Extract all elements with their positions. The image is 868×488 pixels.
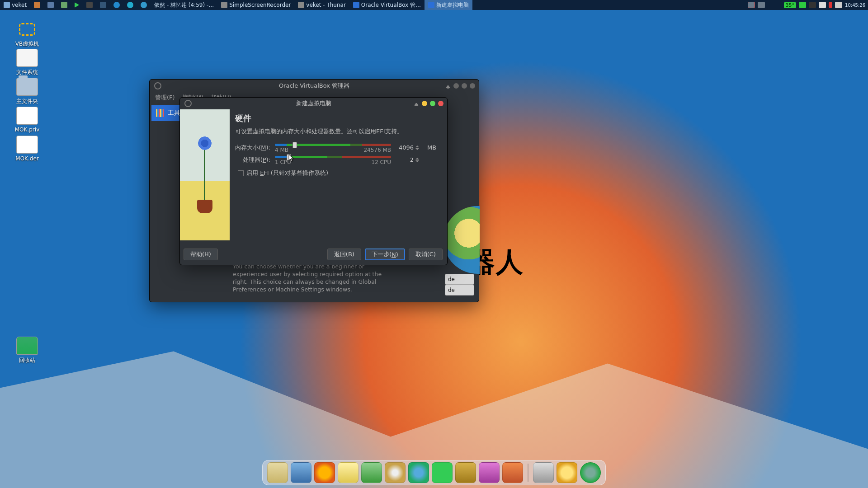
spin-up-icon[interactable] [415, 158, 419, 160]
cpu-input[interactable] [396, 155, 415, 165]
tray-icon[interactable] [758, 2, 765, 8]
mic-icon[interactable] [829, 2, 832, 8]
memory-input[interactable] [396, 143, 415, 153]
minimize-button[interactable] [422, 101, 427, 106]
memory-label: 内存大小(M): [235, 144, 270, 152]
cancel-button[interactable]: 取消(C) [409, 249, 443, 260]
maximize-button[interactable] [462, 83, 467, 89]
launcher-icon[interactable] [137, 0, 151, 10]
launcher-icon[interactable] [71, 0, 83, 10]
wizard-button-row: 帮助(H) 返回(B) 下一步(N) 取消(C) [184, 249, 443, 260]
next-button[interactable]: 下一步(N) [365, 249, 405, 260]
launcher-icon[interactable] [44, 0, 57, 10]
mode-button[interactable]: de [445, 274, 474, 285]
spin-down-icon[interactable] [415, 148, 419, 150]
welcome-description: You can choose whether you are a beginne… [233, 263, 396, 294]
battery-icon[interactable] [799, 2, 806, 8]
new-vm-wizard[interactable]: 新建虚拟电脑 硬件 可设置虚拟电脑的内存大小和处理器数量。还可以启用EFI支持。… [179, 97, 448, 265]
close-button[interactable] [438, 101, 443, 106]
maximize-button[interactable] [430, 101, 435, 106]
dock-notes-icon[interactable] [338, 462, 359, 483]
desktop-icon-filesystem[interactable]: 文件系统 [9, 49, 45, 76]
help-button[interactable]: 帮助(H) [184, 249, 218, 260]
dock-disc-icon[interactable] [385, 462, 406, 483]
window-title: Oracle VirtualBox 管理器 [279, 82, 349, 90]
minimize-button[interactable] [453, 83, 459, 89]
gear-icon [184, 100, 192, 107]
top-panel: veket 依然 - 林忆莲 (4:59) -… SimpleScreenRec… [0, 0, 868, 10]
mode-button[interactable]: de [445, 285, 474, 296]
dock-chart-icon[interactable] [479, 462, 500, 483]
dock-orb-icon[interactable] [580, 462, 601, 483]
dock-desktop-icon[interactable] [291, 462, 311, 483]
launcher-icon[interactable] [83, 0, 96, 10]
step-heading: 硬件 [235, 113, 439, 124]
memory-row: 内存大小(M): 4 MB 24576 MB MB [235, 142, 439, 153]
clock[interactable]: 10:45:26 [845, 3, 865, 8]
cpu-label: 处理器(P): [235, 156, 270, 164]
dock-sun-icon[interactable] [557, 462, 577, 483]
launcher-icon[interactable] [110, 0, 123, 10]
dock-play-icon[interactable] [432, 462, 453, 483]
tray-icon[interactable] [809, 2, 816, 8]
dock-firefox-icon[interactable] [314, 462, 335, 483]
welcome-graphic [443, 206, 480, 274]
launcher-icon[interactable] [30, 0, 44, 10]
distro-icon [4, 2, 10, 8]
dock-drive-icon[interactable] [533, 462, 554, 483]
shade-icon[interactable] [445, 83, 451, 89]
menu-manage[interactable]: 管理(F) [155, 94, 175, 102]
dock-separator [528, 464, 528, 482]
window-titlebar[interactable]: Oracle VirtualBox 管理器 [150, 80, 479, 92]
spin-up-icon[interactable] [415, 145, 419, 147]
memory-max: 24576 MB [363, 147, 391, 153]
efi-row: 启用 EFI (只针对某些操作系统) [238, 169, 439, 177]
desktop-icon-mok-der[interactable]: MOK.der [9, 136, 45, 162]
dock-wallet-icon[interactable] [455, 462, 476, 483]
memory-spinbox[interactable] [396, 143, 423, 153]
efi-checkbox[interactable] [238, 170, 244, 176]
volume-icon[interactable] [835, 2, 842, 8]
cpu-spinbox[interactable] [396, 155, 423, 165]
taskbar-item-thunar[interactable]: veket - Thunar [294, 0, 349, 10]
close-button[interactable] [470, 83, 475, 89]
spin-down-icon[interactable] [415, 160, 419, 162]
dock-science-icon[interactable] [408, 462, 429, 483]
gear-icon [154, 82, 161, 89]
step-description: 可设置虚拟电脑的内存大小和处理器数量。还可以启用EFI支持。 [235, 127, 439, 136]
dock-files-icon[interactable] [267, 462, 288, 483]
launcher-icon[interactable] [57, 0, 71, 10]
dock-image-icon[interactable] [361, 462, 382, 483]
app-menu[interactable]: veket [0, 0, 30, 10]
desktop-icon-vb[interactable]: VB虚拟机 [9, 20, 45, 48]
back-button[interactable]: 返回(B) [327, 249, 361, 260]
launcher-icon[interactable] [96, 0, 110, 10]
tray-icon[interactable] [819, 2, 826, 8]
shade-icon[interactable] [414, 101, 419, 106]
cpu-row: 处理器(P): 1 CPU 12 CPU [235, 154, 439, 165]
taskbar-item-music[interactable]: 依然 - 林忆莲 (4:59) -… [151, 0, 217, 10]
efi-label: 启用 EFI (只针对某些操作系统) [246, 169, 328, 177]
launcher-icon[interactable] [123, 0, 137, 10]
tray-icon[interactable] [748, 2, 755, 8]
cpu-max: 12 CPU [372, 159, 391, 165]
wizard-illustration [180, 109, 230, 240]
taskbar-item-wizard[interactable]: 新建虚拟电脑 [425, 0, 472, 10]
desktop-icon-home[interactable]: 主文件夹 [9, 78, 45, 105]
tools-label: 工具 [168, 109, 180, 117]
memory-unit: MB [427, 144, 439, 151]
system-tray: 35° 10:45:26 [748, 2, 868, 8]
window-titlebar[interactable]: 新建虚拟电脑 [180, 98, 447, 109]
desktop-icon-trash[interactable]: 回收站 [9, 337, 45, 364]
dock-rocket-icon[interactable] [502, 462, 523, 483]
cpu-slider[interactable] [275, 156, 391, 158]
memory-min: 4 MB [275, 147, 288, 153]
window-title: 新建虚拟电脑 [296, 99, 331, 108]
dock [262, 460, 606, 485]
desktop-icon-mok-priv[interactable]: MOK.priv [9, 107, 45, 133]
memory-slider[interactable] [275, 144, 391, 146]
temperature-indicator[interactable]: 35° [784, 2, 797, 8]
taskbar-item-vbox[interactable]: Oracle VirtualBox 管… [349, 0, 425, 10]
tools-icon [156, 109, 164, 117]
taskbar-item-recorder[interactable]: SimpleScreenRecorder [217, 0, 294, 10]
